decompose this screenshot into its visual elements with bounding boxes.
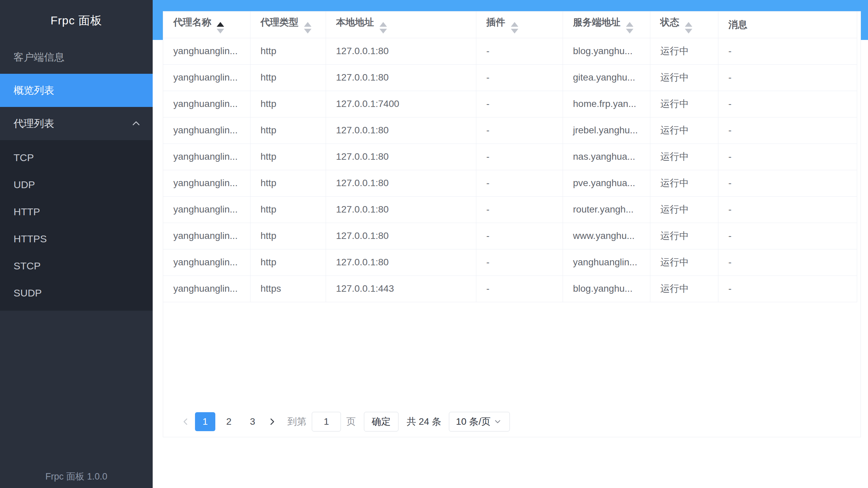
proxy-name-cell: yanghuanglin... xyxy=(163,275,250,302)
message-cell: - xyxy=(718,91,857,117)
local-address-cell: 127.0.0.1:80 xyxy=(326,117,476,143)
proxy-name-cell: yanghuanglin... xyxy=(163,143,250,170)
sidebar-subitem-https[interactable]: HTTPS xyxy=(0,225,153,252)
plugin-cell: - xyxy=(476,170,563,196)
plugin-cell: - xyxy=(476,117,563,143)
prev-page-button[interactable] xyxy=(178,416,193,427)
sidebar-item-label: 代理列表 xyxy=(14,117,54,131)
column-header-proxy-name[interactable]: 代理名称 xyxy=(163,12,250,38)
sidebar-subitem-sudp[interactable]: SUDP xyxy=(0,280,153,307)
table-row: yanghuanglin...http127.0.0.1:80-nas.yang… xyxy=(163,143,857,170)
server-address-cell: blog.yanghu... xyxy=(563,275,650,302)
server-address-cell: nas.yanghua... xyxy=(563,143,650,170)
sidebar-subitem-udp[interactable]: UDP xyxy=(0,171,153,198)
proxy-type-cell: http xyxy=(250,196,326,223)
page-button-3[interactable]: 3 xyxy=(242,412,263,431)
message-cell: - xyxy=(718,38,857,64)
local-address-cell: 127.0.0.1:80 xyxy=(326,170,476,196)
proxy-table: 代理名称 代理类型 本地地址 插件 服务端地址 xyxy=(163,12,857,302)
column-label: 代理类型 xyxy=(261,17,299,27)
page-size-select[interactable]: 10 条/页 xyxy=(449,412,510,431)
page-button-2[interactable]: 2 xyxy=(219,412,239,431)
column-label: 代理名称 xyxy=(173,17,211,27)
server-address-cell: pve.yanghua... xyxy=(563,170,650,196)
status-cell: 运行中 xyxy=(650,249,718,275)
sidebar-subitem-stcp[interactable]: STCP xyxy=(0,252,153,280)
confirm-button[interactable]: 确定 xyxy=(364,412,398,431)
sidebar-subitem-http[interactable]: HTTP xyxy=(0,198,153,225)
proxy-type-cell: http xyxy=(250,249,326,275)
sort-carets-icon[interactable] xyxy=(511,22,518,34)
table-row: yanghuanglin...http127.0.0.1:80-pve.yang… xyxy=(163,170,857,196)
proxy-type-cell: http xyxy=(250,91,326,117)
sidebar-menu: 客户端信息 概览列表 代理列表 TCP UDP HTTP HTTPS STCP … xyxy=(0,41,153,311)
proxy-type-cell: http xyxy=(250,117,326,143)
local-address-cell: 127.0.0.1:80 xyxy=(326,249,476,275)
message-cell: - xyxy=(718,64,857,91)
table-row: yanghuanglin...https127.0.0.1:443-blog.y… xyxy=(163,275,857,302)
status-cell: 运行中 xyxy=(650,117,718,143)
column-label: 消息 xyxy=(729,19,747,30)
chevron-down-icon xyxy=(493,417,502,426)
server-address-cell: gitea.yanghu... xyxy=(563,64,650,91)
table-row: yanghuanglin...http127.0.0.1:80-blog.yan… xyxy=(163,38,857,64)
proxy-type-cell: http xyxy=(250,223,326,249)
column-header-status[interactable]: 状态 xyxy=(650,12,718,38)
message-cell: - xyxy=(718,117,857,143)
next-page-button[interactable] xyxy=(264,416,279,427)
proxy-name-cell: yanghuanglin... xyxy=(163,170,250,196)
plugin-cell: - xyxy=(476,64,563,91)
sort-carets-icon[interactable] xyxy=(685,22,692,34)
plugin-cell: - xyxy=(476,196,563,223)
status-cell: 运行中 xyxy=(650,275,718,302)
chevron-up-icon xyxy=(131,118,141,129)
proxy-name-cell: yanghuanglin... xyxy=(163,196,250,223)
proxy-type-cell: http xyxy=(250,170,326,196)
app-version: Frpc 面板 1.0.0 xyxy=(0,470,153,483)
table-row: yanghuanglin...http127.0.0.1:80-jrebel.y… xyxy=(163,117,857,143)
server-address-cell: jrebel.yanghu... xyxy=(563,117,650,143)
status-cell: 运行中 xyxy=(650,170,718,196)
column-label: 状态 xyxy=(660,17,679,27)
proxy-name-cell: yanghuanglin... xyxy=(163,38,250,64)
sidebar-item-overview[interactable]: 概览列表 xyxy=(0,74,153,107)
proxy-name-cell: yanghuanglin... xyxy=(163,91,250,117)
status-cell: 运行中 xyxy=(650,223,718,249)
sort-carets-icon[interactable] xyxy=(379,22,387,34)
sort-carets-icon[interactable] xyxy=(217,22,224,34)
status-cell: 运行中 xyxy=(650,196,718,223)
proxy-name-cell: yanghuanglin... xyxy=(163,117,250,143)
column-header-proxy-type[interactable]: 代理类型 xyxy=(250,12,326,38)
sidebar-item-client-info[interactable]: 客户端信息 xyxy=(0,41,153,74)
sort-carets-icon[interactable] xyxy=(304,22,311,34)
local-address-cell: 127.0.0.1:80 xyxy=(326,223,476,249)
column-label: 本地地址 xyxy=(336,17,374,27)
column-header-server-address[interactable]: 服务端地址 xyxy=(563,12,650,38)
message-cell: - xyxy=(718,275,857,302)
local-address-cell: 127.0.0.1:80 xyxy=(326,196,476,223)
sidebar-subitem-tcp[interactable]: TCP xyxy=(0,144,153,171)
column-header-local-address[interactable]: 本地地址 xyxy=(326,12,476,38)
sort-carets-icon[interactable] xyxy=(626,22,633,34)
sidebar-item-proxy-list[interactable]: 代理列表 xyxy=(0,107,153,140)
proxy-name-cell: yanghuanglin... xyxy=(163,223,250,249)
table-row: yanghuanglin...http127.0.0.1:7400-home.f… xyxy=(163,91,857,117)
proxy-type-cell: http xyxy=(250,38,326,64)
proxy-type-cell: http xyxy=(250,143,326,170)
proxy-name-cell: yanghuanglin... xyxy=(163,249,250,275)
proxy-name-cell: yanghuanglin... xyxy=(163,64,250,91)
column-label: 服务端地址 xyxy=(573,17,621,27)
chevron-left-icon xyxy=(180,416,191,427)
goto-label-prefix: 到第 xyxy=(287,415,306,428)
page-button-1[interactable]: 1 xyxy=(195,412,215,431)
local-address-cell: 127.0.0.1:80 xyxy=(326,143,476,170)
plugin-cell: - xyxy=(476,223,563,249)
table-row: yanghuanglin...http127.0.0.1:80-gitea.ya… xyxy=(163,64,857,91)
goto-page-input[interactable] xyxy=(312,412,341,431)
table-row: yanghuanglin...http127.0.0.1:80-www.yang… xyxy=(163,223,857,249)
goto-label-suffix: 页 xyxy=(346,415,356,428)
server-address-cell: yanghuanglin... xyxy=(563,249,650,275)
plugin-cell: - xyxy=(476,275,563,302)
table-row: yanghuanglin...http127.0.0.1:80-router.y… xyxy=(163,196,857,223)
column-header-plugin[interactable]: 插件 xyxy=(476,12,563,38)
